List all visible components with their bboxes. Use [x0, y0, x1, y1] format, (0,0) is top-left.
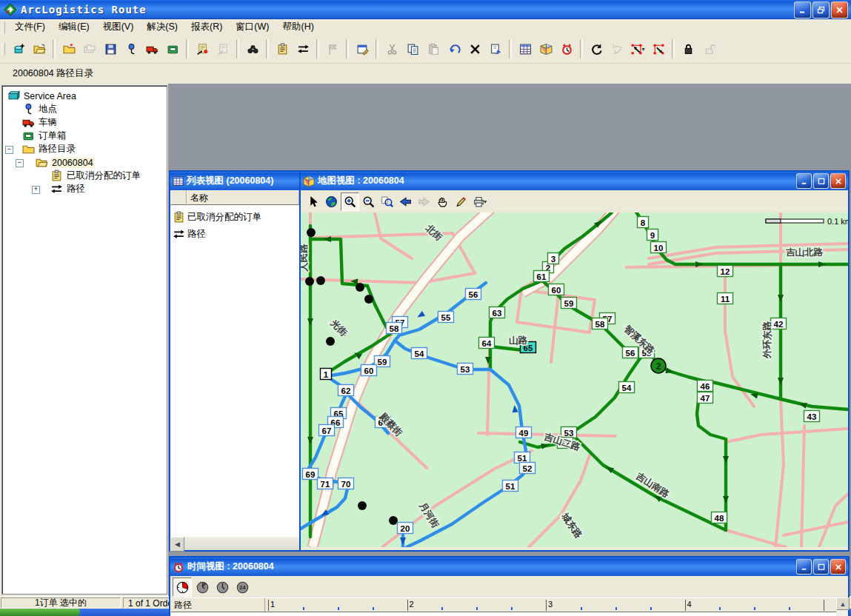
expand-icon[interactable]: + — [32, 186, 40, 194]
menu-item-4[interactable]: 报表(R) — [184, 20, 229, 33]
stop-label-61: 61 — [534, 271, 550, 282]
list-header-name[interactable]: 名称 — [187, 190, 299, 205]
print-button[interactable]: ▾ — [470, 192, 489, 211]
time-ruler: 1234 — [265, 597, 836, 612]
tree-item-4[interactable]: 路径目录 — [21, 143, 77, 155]
order-box-button[interactable] — [162, 38, 183, 59]
time-view-titlebar[interactable]: 时间视图 : 20060804 — [170, 558, 848, 576]
tree-item-5[interactable]: 20060804 — [35, 156, 95, 169]
menu-item-0[interactable]: 文件(F) — [8, 20, 52, 33]
stop-label-1: 1 — [321, 369, 332, 380]
pan-hand-button[interactable] — [433, 192, 452, 211]
find-button[interactable] — [242, 38, 263, 59]
tree-item-6[interactable]: 已取消分配的订单 — [50, 170, 142, 182]
time-close-button[interactable] — [830, 559, 846, 575]
route-orders-button[interactable]: ▾ — [627, 38, 648, 59]
time-gantt-body[interactable]: 5761529756 — [170, 612, 836, 616]
svg-text:64: 64 — [482, 339, 492, 348]
stop-label-56: 56 — [466, 289, 481, 300]
open-folder-button[interactable] — [29, 38, 50, 59]
full-extent-globe-button[interactable] — [322, 192, 341, 211]
orders-list-button[interactable] — [272, 38, 293, 59]
menu-item-1[interactable]: 编辑(E) — [52, 20, 96, 33]
ruler-minor-tick — [441, 607, 443, 610]
zoom-to-selected-button[interactable] — [378, 192, 396, 211]
collapse-icon[interactable]: − — [5, 146, 13, 154]
import-orders-button[interactable] — [192, 38, 213, 59]
copy-button[interactable] — [402, 38, 423, 59]
svg-text:61: 61 — [537, 272, 547, 281]
list-item-0[interactable]: 已取消分配的订单 — [172, 210, 261, 224]
map-view-button[interactable] — [535, 38, 556, 59]
workspace: Service Area地点车辆订单箱−路径目录−20060804已取消分配的订… — [0, 84, 851, 596]
menu-item-2[interactable]: 视图(V) — [96, 20, 141, 33]
svg-text:20: 20 — [401, 524, 410, 533]
close-button[interactable] — [831, 1, 848, 19]
stop-label-10: 10 — [651, 242, 667, 253]
locations-button[interactable] — [121, 38, 141, 59]
stop-label-58: 58 — [387, 323, 402, 334]
tree-item-1[interactable]: 地点 — [21, 103, 59, 116]
unroute-orders-button[interactable] — [648, 38, 669, 59]
new-service-area-button[interactable] — [8, 38, 29, 59]
zoom-in-button[interactable] — [341, 192, 359, 211]
ruler-minor-tick — [373, 607, 374, 610]
time-view-button[interactable] — [556, 38, 577, 59]
tree-item-label: 车辆 — [37, 116, 59, 129]
solve-button[interactable] — [586, 38, 607, 59]
zoom-out-button[interactable] — [359, 192, 378, 211]
list-header-blank[interactable] — [170, 190, 187, 205]
routes-tool-button[interactable] — [293, 38, 313, 59]
time-minimize-button[interactable] — [796, 559, 812, 575]
minimize-button[interactable] — [794, 1, 811, 19]
tree-item-3[interactable]: 订单箱 — [21, 130, 68, 142]
vehicles-button[interactable] — [141, 38, 162, 59]
tree-item-2[interactable]: 车辆 — [21, 116, 59, 129]
stop-label-53: 53 — [458, 364, 473, 375]
scroll-up-icon[interactable]: ▲ — [836, 597, 850, 610]
svg-text:11: 11 — [721, 295, 730, 304]
list-hscrollbar[interactable]: ◀ — [170, 537, 299, 550]
paste-special-button[interactable] — [485, 38, 506, 59]
svg-text:60: 60 — [364, 366, 374, 375]
time-route-column-header[interactable]: 路径 — [170, 597, 265, 612]
tree-item-7[interactable]: 路径 — [50, 183, 87, 195]
scale-quarter-clock-button[interactable] — [173, 578, 192, 597]
time-maximize-button[interactable] — [813, 559, 829, 575]
svg-text:54: 54 — [622, 384, 632, 392]
list-view-button[interactable] — [515, 38, 535, 59]
scale-half-clock-button[interactable] — [193, 578, 212, 597]
ruler-minor-tick — [303, 607, 304, 610]
delete-button[interactable] — [464, 38, 485, 59]
list-hscroll-track[interactable] — [184, 537, 299, 550]
back-extent-button[interactable] — [396, 192, 415, 211]
map-view-window: 地图视图 : 20060804 ▾ 2575823616059891012114… — [299, 170, 850, 552]
map-canvas[interactable]: 2575823616059891012114256555463646546474… — [301, 212, 848, 547]
map-close-button[interactable] — [830, 173, 846, 189]
draw-pencil-button[interactable] — [452, 192, 470, 211]
collapse-icon[interactable]: − — [16, 159, 24, 167]
list-view-titlebar[interactable]: 列表视图 (20060804) — [170, 172, 299, 190]
menu-item-3[interactable]: 解决(S) — [140, 20, 184, 33]
map-maximize-button[interactable] — [813, 173, 829, 189]
list-item-1[interactable]: 路径 — [172, 227, 206, 241]
time-vscrollbar[interactable]: ▲ ▼ — [836, 597, 848, 616]
map-view-titlebar[interactable]: 地图视图 : 20060804 — [301, 172, 848, 190]
scale-hour-clock-button[interactable] — [213, 578, 232, 597]
new-routing-folder-button[interactable]: * — [59, 38, 79, 59]
lock-button[interactable] — [678, 38, 698, 59]
select-button[interactable] — [304, 192, 322, 211]
list-view-title: 列表视图 (20060804) — [187, 175, 273, 187]
scale-24h-clock-button[interactable]: 24 — [233, 578, 252, 597]
scroll-left-icon[interactable]: ◀ — [170, 537, 184, 552]
restore-button[interactable] — [812, 1, 830, 19]
properties-button[interactable] — [352, 38, 373, 59]
menu-item-6[interactable]: 帮助(H) — [276, 20, 320, 33]
menu-item-5[interactable]: 窗口(W) — [229, 20, 276, 33]
tree-item-0[interactable]: Service Area — [7, 90, 78, 102]
undo-button[interactable] — [444, 38, 464, 59]
map-minimize-button[interactable] — [796, 173, 812, 189]
stop-label-47: 47 — [698, 392, 713, 404]
street-label: 人民路 — [301, 244, 309, 272]
save-button[interactable] — [100, 38, 121, 59]
